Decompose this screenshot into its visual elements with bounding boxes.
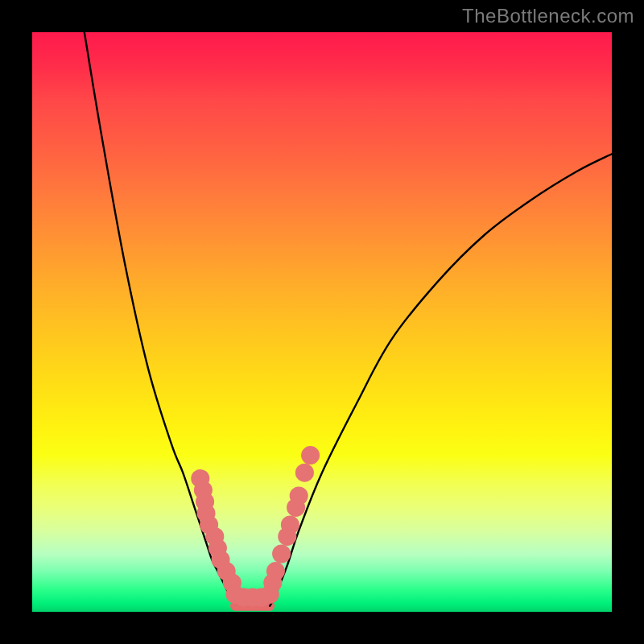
marker-dot (281, 515, 299, 534)
marker-dot (266, 562, 285, 580)
marker-dot (290, 486, 308, 505)
chart-stage: TheBottleneck.com (0, 0, 644, 644)
chart-svg (32, 32, 612, 612)
series-layer (85, 32, 612, 606)
series-curve-right (270, 154, 612, 606)
series-curve-left (85, 32, 241, 606)
marker-dot (272, 544, 291, 563)
marker-dot (301, 446, 320, 464)
plot-area (32, 32, 612, 612)
watermark-text: TheBottleneck.com (462, 5, 634, 27)
marker-dot (295, 464, 314, 482)
